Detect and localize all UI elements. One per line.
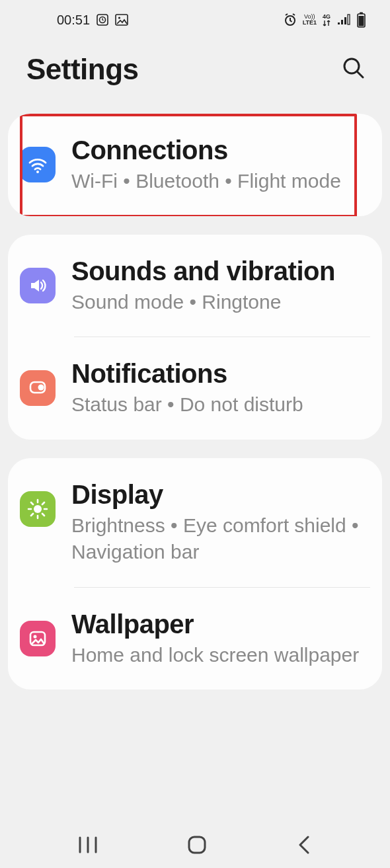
status-bar: 00:51 Vo)) LTE1 4G (0, 0, 390, 40)
svg-rect-8 (348, 15, 350, 24)
svg-point-15 (38, 385, 44, 391)
settings-list: Connections Wi-Fi • Bluetooth • Flight m… (0, 106, 390, 690)
wallpaper-icon (20, 621, 56, 656)
settings-card: Display Brightness • Eye comfort shield … (8, 458, 382, 690)
volte-indicator: Vo)) LTE1 (303, 14, 317, 26)
svg-point-3 (118, 17, 120, 19)
item-title: Wallpaper (71, 609, 362, 639)
item-subtitle: Wi-Fi • Bluetooth • Flight mode (71, 168, 362, 195)
item-subtitle: Sound mode • Ringtone (71, 289, 362, 316)
nav-recents-button[interactable] (77, 836, 99, 854)
nav-home-button[interactable] (186, 834, 208, 855)
svg-rect-5 (338, 22, 340, 24)
settings-card: Connections Wi-Fi • Bluetooth • Flight m… (8, 114, 382, 216)
notification-icon (20, 370, 56, 406)
svg-rect-10 (360, 13, 363, 15)
svg-rect-7 (344, 17, 346, 24)
item-title: Notifications (71, 358, 362, 389)
svg-rect-11 (359, 16, 364, 26)
data-indicator: 4G (322, 14, 331, 26)
brightness-icon (20, 491, 56, 527)
sound-icon (20, 268, 56, 303)
navigation-bar (0, 822, 390, 868)
settings-item-connections[interactable]: Connections Wi-Fi • Bluetooth • Flight m… (8, 114, 382, 216)
svg-rect-6 (341, 20, 343, 24)
item-title: Display (71, 479, 362, 510)
item-subtitle: Home and lock screen wallpaper (71, 642, 362, 669)
battery-icon (356, 12, 366, 28)
settings-card: Sounds and vibration Sound mode • Ringto… (8, 235, 382, 440)
settings-item-wallpaper[interactable]: Wallpaper Home and lock screen wallpaper (8, 588, 382, 690)
svg-point-13 (36, 171, 39, 173)
settings-item-notifications[interactable]: Notifications Status bar • Do not distur… (8, 337, 382, 440)
item-title: Connections (71, 135, 362, 165)
svg-rect-19 (189, 837, 205, 853)
settings-item-display[interactable]: Display Brightness • Eye comfort shield … (8, 458, 382, 587)
item-subtitle: Brightness • Eye comfort shield • Naviga… (71, 512, 362, 566)
page-title: Settings (26, 53, 139, 86)
item-subtitle: Status bar • Do not disturb (71, 391, 362, 418)
search-button[interactable] (341, 56, 366, 83)
settings-item-sounds[interactable]: Sounds and vibration Sound mode • Ringto… (8, 235, 382, 337)
wifi-icon (20, 147, 56, 182)
nav-back-button[interactable] (295, 834, 313, 855)
svg-point-12 (344, 59, 359, 73)
alarm-icon (283, 13, 297, 27)
item-title: Sounds and vibration (71, 256, 362, 286)
status-time: 00:51 (57, 13, 90, 28)
svg-point-18 (34, 635, 37, 638)
header: Settings (0, 40, 390, 106)
clock-app-icon (97, 14, 108, 26)
gallery-indicator-icon (115, 14, 128, 26)
signal-icon (336, 14, 351, 26)
svg-point-16 (34, 505, 42, 513)
